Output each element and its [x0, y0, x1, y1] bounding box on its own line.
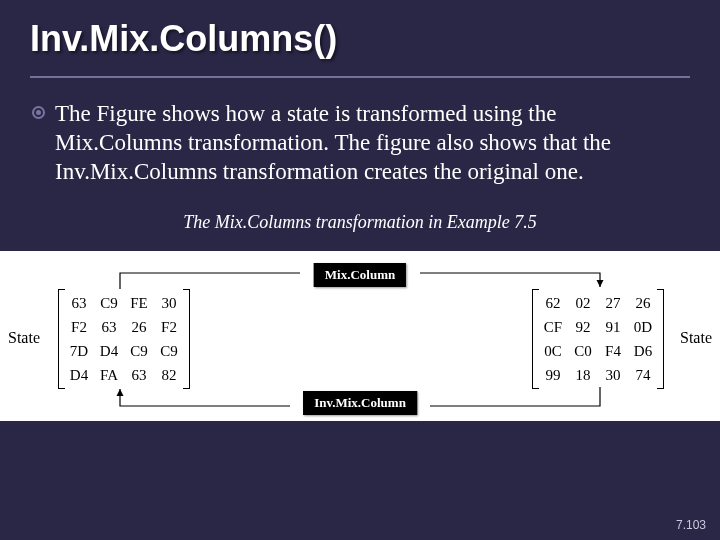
matrix-cell: 7D [64, 343, 94, 360]
matrix-cell: D4 [64, 367, 94, 384]
matrix-cell: 0C [538, 343, 568, 360]
matrix-cell: F2 [64, 319, 94, 336]
matrix-cell: 30 [598, 367, 628, 384]
matrix-cell: 27 [598, 295, 628, 312]
body-paragraph: The Figure shows how a state is transfor… [55, 100, 665, 186]
bullet-icon [32, 106, 45, 119]
matrix-cell: 63 [94, 319, 124, 336]
mixcolumn-box: Mix.Column [314, 263, 406, 287]
matrix-cell: 74 [628, 367, 658, 384]
matrix-right: 62022726CF92910D0CC0F4D699183074 [532, 289, 664, 389]
matrix-cell: 30 [154, 295, 184, 312]
matrix-cell: 92 [568, 319, 598, 336]
matrix-left: 63C9FE30F26326F27DD4C9C9D4FA6382 [58, 289, 190, 389]
matrix-cell: 62 [538, 295, 568, 312]
figure-caption: The Mix.Columns transformation in Exampl… [55, 212, 665, 233]
state-label-right: State [680, 329, 712, 347]
matrix-cell: F4 [598, 343, 628, 360]
matrix-cell: CF [538, 319, 568, 336]
matrix-cell: 26 [124, 319, 154, 336]
matrix-cell: FA [94, 367, 124, 384]
matrix-cell: 63 [64, 295, 94, 312]
page-title: Inv.Mix.Columns() [30, 18, 690, 60]
matrix-cell: 26 [628, 295, 658, 312]
matrix-cell: C9 [124, 343, 154, 360]
matrix-cell: D6 [628, 343, 658, 360]
matrix-cell: C0 [568, 343, 598, 360]
matrix-cell: C9 [94, 295, 124, 312]
matrix-cell: 99 [538, 367, 568, 384]
matrix-cell: FE [124, 295, 154, 312]
invmixcolumn-box: Inv.Mix.Column [303, 391, 417, 415]
matrix-cell: 18 [568, 367, 598, 384]
matrix-cell: D4 [94, 343, 124, 360]
matrix-cell: 63 [124, 367, 154, 384]
state-label-left: State [8, 329, 40, 347]
matrix-cell: F2 [154, 319, 184, 336]
matrix-cell: 0D [628, 319, 658, 336]
page-number: 7.103 [676, 518, 706, 532]
matrix-cell: C9 [154, 343, 184, 360]
matrix-cell: 82 [154, 367, 184, 384]
figure-area: State 63C9FE30F26326F27DD4C9C9D4FA6382 M… [0, 251, 720, 421]
matrix-cell: 91 [598, 319, 628, 336]
matrix-cell: 02 [568, 295, 598, 312]
